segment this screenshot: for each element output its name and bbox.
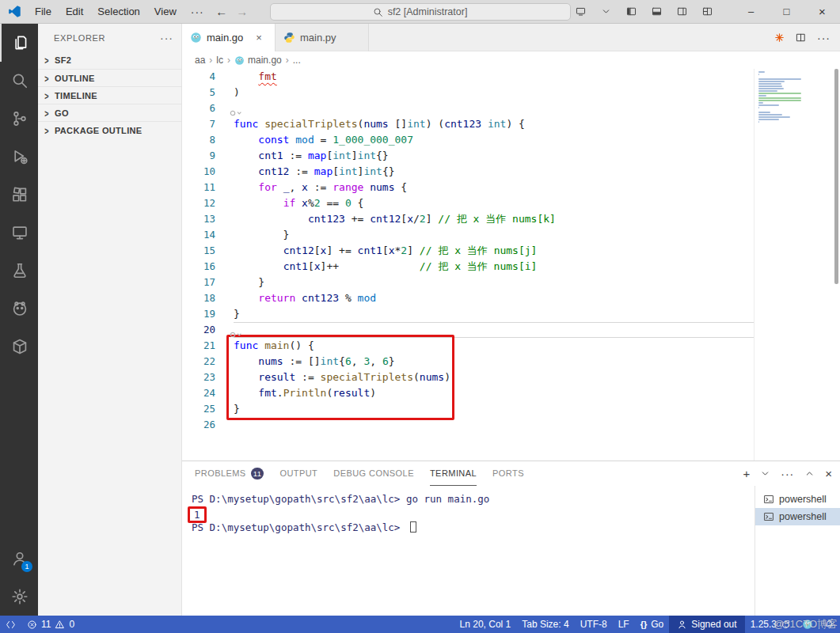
code-line-5[interactable]: 5) xyxy=(182,85,840,100)
activity-containers[interactable] xyxy=(0,328,38,366)
line-number[interactable]: 25 xyxy=(182,401,215,417)
remote-dropdown-icon[interactable] xyxy=(594,6,618,17)
code-lens-icon[interactable] xyxy=(230,108,242,116)
line-number[interactable]: 23 xyxy=(182,370,215,385)
line-number[interactable]: 21 xyxy=(182,338,215,354)
code-line-7[interactable]: 7func specialTriplets(nums []int) (cnt12… xyxy=(182,116,840,132)
activity-settings[interactable] xyxy=(0,578,38,616)
sidebar-section-package-outline[interactable]: >PACKAGE OUTLINE xyxy=(38,121,181,138)
cursor-position-status[interactable]: Ln 20, Col 1 xyxy=(454,616,517,633)
line-number[interactable]: 26 xyxy=(182,417,215,433)
code-lens-icon[interactable] xyxy=(230,329,242,337)
activity-extensions[interactable] xyxy=(0,176,38,214)
line-number[interactable]: 12 xyxy=(182,195,215,211)
tab-size-status[interactable]: Tab Size: 4 xyxy=(516,616,574,633)
code-line-18[interactable]: 18 return cnt123 % mod xyxy=(182,290,840,306)
line-number[interactable]: 22 xyxy=(182,354,215,370)
maximize-button[interactable]: □ xyxy=(769,0,804,23)
go-version-status[interactable]: 1.25.3 xyxy=(745,616,796,633)
breadcrumb-item[interactable]: main.go xyxy=(234,55,282,66)
terminal-list-item-2[interactable]: powershell xyxy=(755,508,840,525)
code-line-26[interactable]: 26 xyxy=(182,417,840,433)
sidebar-section-go[interactable]: >GO xyxy=(38,104,181,121)
code-line-13[interactable]: 13 cnt123 += cnt12[x/2] // 把 x 当作 nums[k… xyxy=(182,211,840,227)
code-line-12[interactable]: 12 if x%2 == 0 { xyxy=(182,195,840,211)
code-line-23[interactable]: 23 result := specialTriplets(nums) xyxy=(182,370,840,385)
breadcrumb-item[interactable]: ... xyxy=(293,55,301,66)
sidebar-section-outline[interactable]: >OUTLINE xyxy=(38,69,181,86)
code-line-15[interactable]: 15 cnt12[x] += cnt1[x*2] // 把 x 当作 nums[… xyxy=(182,243,840,259)
panel-tab-problems[interactable]: PROBLEMS11 xyxy=(195,461,264,486)
toggle-primary-sidebar-icon[interactable] xyxy=(619,6,643,17)
code-line-8[interactable]: 8 const mod = 1_000_000_007 xyxy=(182,132,840,148)
code-editor[interactable]: 4 fmt5)67func specialTriplets(nums []int… xyxy=(182,69,840,461)
problems-status[interactable]: 11 0 xyxy=(21,616,80,633)
panel-tab-debug-console[interactable]: DEBUG CONSOLE xyxy=(333,461,414,486)
close-tab-icon[interactable]: × xyxy=(256,32,262,44)
activity-remote-explorer[interactable] xyxy=(0,214,38,252)
code-line-9[interactable]: 9 cnt1 := map[int]int{} xyxy=(182,148,840,164)
menu-edit[interactable]: Edit xyxy=(59,3,90,21)
line-number[interactable]: 16 xyxy=(182,259,215,275)
toggle-secondary-sidebar-icon[interactable] xyxy=(670,6,694,17)
line-number[interactable]: 19 xyxy=(182,306,215,322)
code-line-24[interactable]: 24 fmt.Println(result) xyxy=(182,385,840,401)
activity-account[interactable]: 1 xyxy=(0,540,38,578)
run-highlight[interactable] xyxy=(774,32,785,43)
new-terminal-button[interactable]: + xyxy=(743,467,750,480)
line-number[interactable]: 24 xyxy=(182,385,215,401)
code-line-16[interactable]: 16 cnt1[x]++ // 把 x 当作 nums[i] xyxy=(182,259,840,275)
signed-out-status[interactable]: Signed out xyxy=(669,616,744,633)
sidebar-section-timeline[interactable]: >TIMELINE xyxy=(38,86,181,104)
line-number[interactable]: 10 xyxy=(182,164,215,180)
terminal[interactable]: PS D:\mysetup\gopath\src\sf2\aa\lc> go r… xyxy=(182,486,754,616)
line-number[interactable]: 6 xyxy=(182,100,215,116)
gopher-status[interactable] xyxy=(796,616,819,633)
activity-source-control[interactable] xyxy=(0,100,38,138)
breadcrumb-item[interactable]: aa xyxy=(195,55,205,66)
breadcrumb-item[interactable]: lc xyxy=(216,55,223,66)
activity-run-debug[interactable] xyxy=(0,138,38,176)
panel-tab-terminal[interactable]: TERMINAL xyxy=(430,461,477,486)
menu-file[interactable]: File xyxy=(28,3,59,21)
activity-testing[interactable] xyxy=(0,252,38,290)
toggle-panel-icon[interactable] xyxy=(644,6,668,17)
minimize-button[interactable]: – xyxy=(733,0,769,23)
code-line-6[interactable]: 6 xyxy=(182,100,840,116)
command-center-search[interactable]: sf2 [Administrator] xyxy=(270,3,571,21)
close-panel-button[interactable]: × xyxy=(825,467,832,480)
navigate-back-button[interactable]: ← xyxy=(211,5,232,18)
line-number[interactable]: 7 xyxy=(182,116,215,132)
open-remote-window-icon[interactable] xyxy=(568,6,592,17)
editor-more-actions[interactable]: ··· xyxy=(817,32,830,44)
line-number[interactable]: 8 xyxy=(182,132,215,148)
line-number[interactable]: 5 xyxy=(182,85,215,100)
line-number[interactable]: 20 xyxy=(182,322,215,338)
panel-tab-ports[interactable]: PORTS xyxy=(492,461,524,486)
notifications-status[interactable] xyxy=(819,616,840,633)
line-number[interactable]: 14 xyxy=(182,227,215,243)
code-line-14[interactable]: 14 } xyxy=(182,227,840,243)
panel-more-actions-button[interactable]: ··· xyxy=(781,468,794,480)
sidebar-section-sf2[interactable]: >SF2 xyxy=(38,51,181,69)
close-button[interactable]: × xyxy=(804,0,840,23)
editor-scrollbar[interactable] xyxy=(834,69,838,284)
line-number[interactable]: 13 xyxy=(182,211,215,227)
encoding-status[interactable]: UTF-8 xyxy=(575,616,613,633)
minimap[interactable] xyxy=(758,71,803,126)
code-line-22[interactable]: 22 nums := []int{6, 3, 6} xyxy=(182,354,840,370)
language-mode-status[interactable]: {} Go xyxy=(635,616,670,633)
sidebar-more-actions[interactable]: ··· xyxy=(160,32,173,44)
terminal-list-item-1[interactable]: powershell xyxy=(755,491,840,508)
customize-layout-icon[interactable] xyxy=(695,6,719,17)
code-line-10[interactable]: 10 cnt12 := map[int]int{} xyxy=(182,164,840,180)
tab-main-py[interactable]: main.py xyxy=(276,24,369,51)
panel-tab-output[interactable]: OUTPUT xyxy=(279,461,317,486)
code-line-19[interactable]: 19} xyxy=(182,306,840,322)
line-number[interactable]: 4 xyxy=(182,69,215,85)
code-line-21[interactable]: 21func main() { xyxy=(182,338,840,354)
code-line-11[interactable]: 11 for _, x := range nums { xyxy=(182,180,840,195)
eol-status[interactable]: LF xyxy=(613,616,635,633)
code-line-20[interactable]: 20 xyxy=(182,322,840,338)
menu-view[interactable]: View xyxy=(147,3,184,21)
